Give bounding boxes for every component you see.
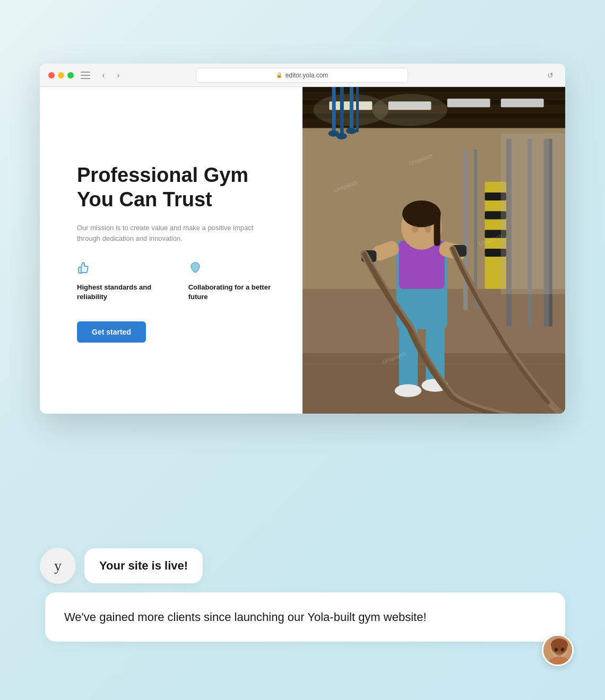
- live-text: Your site is live!: [99, 559, 188, 572]
- minimize-button[interactable]: [58, 72, 64, 78]
- feature-1: Highest standards and reliability: [77, 261, 167, 302]
- svg-rect-30: [501, 99, 544, 107]
- svg-point-65: [555, 648, 558, 652]
- svg-rect-53: [434, 214, 440, 246]
- heart-icon: [188, 261, 276, 278]
- svg-rect-29: [447, 99, 490, 107]
- maximize-button[interactable]: [67, 72, 74, 78]
- lock-icon: 🔒: [276, 72, 282, 78]
- gym-image: Unsplash Unsplash Unsplash Unsplash: [302, 87, 565, 414]
- svg-point-32: [372, 94, 447, 126]
- testimonial-text: We've gained more clients since launchin…: [64, 610, 427, 624]
- svg-point-66: [561, 648, 564, 652]
- left-panel: Professional Gym You Can Trust Our missi…: [40, 87, 302, 414]
- url-text: editor.yola.com: [286, 72, 329, 79]
- back-button[interactable]: ‹: [97, 69, 110, 82]
- chat-bubble-testimonial: We've gained more clients since launchin…: [45, 592, 565, 642]
- chat-row-top: y Your site is live!: [40, 548, 565, 584]
- svg-rect-1: [81, 75, 90, 76]
- svg-point-43: [395, 384, 422, 397]
- hero-title: Professional Gym You Can Trust: [77, 163, 276, 212]
- browser-toolbar: ‹ › 🔒 editor.yola.com ↺: [40, 64, 565, 87]
- svg-rect-35: [350, 87, 353, 131]
- svg-rect-2: [81, 78, 90, 79]
- feature-2: Collaborating for a better future: [188, 261, 276, 302]
- svg-rect-24: [463, 150, 468, 310]
- address-bar[interactable]: 🔒 editor.yola.com: [196, 68, 408, 83]
- svg-point-55: [425, 225, 431, 233]
- browser-window: ‹ › 🔒 editor.yola.com ↺ Professional Gym…: [40, 64, 565, 414]
- svg-rect-33: [332, 87, 336, 134]
- hero-subtitle: Our mission is to create value and make …: [77, 223, 276, 245]
- user-avatar: [542, 634, 574, 666]
- browser-content: Professional Gym You Can Trust Our missi…: [40, 87, 565, 414]
- feature-1-label: Highest standards and reliability: [77, 283, 167, 302]
- forward-button[interactable]: ›: [112, 69, 125, 82]
- reload-button[interactable]: ↺: [544, 69, 557, 82]
- svg-point-63: [551, 638, 568, 651]
- svg-rect-0: [81, 72, 90, 73]
- chat-row-bottom: We've gained more clients since launchin…: [40, 592, 565, 658]
- nav-buttons: ‹ ›: [97, 69, 125, 82]
- yola-avatar: y: [40, 548, 76, 584]
- svg-rect-36: [356, 87, 359, 133]
- svg-point-54: [412, 225, 418, 233]
- svg-rect-40: [501, 134, 565, 294]
- svg-point-39: [346, 128, 357, 134]
- feature-2-label: Collaborating for a better future: [188, 283, 276, 302]
- traffic-lights: [48, 72, 74, 78]
- close-button[interactable]: [48, 72, 55, 78]
- sidebar-icon[interactable]: [80, 70, 91, 81]
- svg-point-38: [336, 133, 347, 139]
- right-panel: Unsplash Unsplash Unsplash Unsplash: [302, 87, 565, 414]
- chat-section: y Your site is live! We've gained more c…: [40, 548, 565, 658]
- get-started-button[interactable]: Get started: [77, 321, 146, 343]
- features-row: Highest standards and reliability Collab…: [77, 261, 276, 302]
- thumbsup-icon: [77, 261, 167, 278]
- svg-rect-34: [340, 87, 344, 136]
- chat-bubble-live: Your site is live!: [84, 548, 203, 583]
